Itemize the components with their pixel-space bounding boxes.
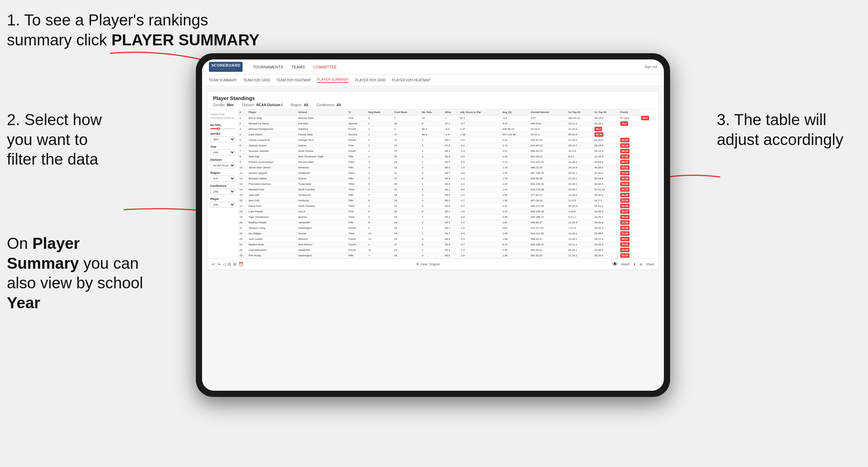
cell-22-5: 24: [393, 236, 421, 242]
cell-18-12: 24-45-1: [593, 214, 620, 220]
toolbar-redo[interactable]: ↪: [217, 262, 221, 267]
cell-9-6: 0: [421, 165, 444, 170]
table-row: 9Preston SummerhaysArizona StateThird324…: [238, 159, 658, 165]
cell-25-1: Petr Hruby: [248, 253, 298, 258]
print-btn[interactable]: 🖨: [639, 263, 643, 266]
cell-25-7: 68.6: [444, 253, 459, 258]
table-row: 19Tiger ChristensenArizonaThird523269.2-…: [238, 214, 658, 220]
sub-nav-player-h2h-grid[interactable]: PLAYER H2H GRID: [355, 78, 386, 82]
table-row: 1Wenyi DingArizona StateFirst1115167.1-3…: [238, 115, 658, 121]
cell-20-3: Fourth: [347, 225, 367, 231]
nav-teams[interactable]: TEAMS: [292, 65, 305, 69]
cell-24-7: 69.3: [444, 247, 459, 253]
nav-committee[interactable]: COMMITTEE: [313, 65, 337, 69]
cell-9-1: Jacob Skov Olesen: [248, 165, 298, 170]
share-label[interactable]: Share: [646, 263, 654, 266]
cell-7-0: 8: [238, 154, 248, 159]
cell-19-13: 50.98: [619, 220, 640, 225]
cell-8-6: 1: [421, 159, 444, 165]
cell-10-0: 11: [238, 170, 248, 176]
toolbar-clock[interactable]: ⏰: [238, 262, 244, 267]
cell-24-11: 26-23-1: [567, 247, 593, 253]
download-btn[interactable]: ⬇: [633, 263, 636, 266]
watch-icon: 👁: [612, 261, 618, 267]
tablet: SCOREBOARD Powered by dippi TOURNAMENTS …: [196, 53, 670, 397]
sub-nav-player-summary[interactable]: PLAYER SUMMARY: [317, 78, 349, 83]
col-rank: #: [238, 109, 248, 115]
cell-24-1: Cole Sherwood: [248, 247, 298, 253]
main-content: Player Standings Gender: Men Division: N…: [202, 86, 664, 391]
table-row: 20Matthew RiedelVanderbiltFifth528069.5-…: [238, 220, 658, 225]
table-row: 25Cole SherwoodVanderbiltFourth1223169.3…: [238, 247, 658, 253]
nav-links: TOURNAMENTS TEAMS COMMITTEE: [253, 65, 644, 69]
cell-20-1: Taehoon Song: [248, 225, 298, 231]
sidebar: Update time: 27/03/2024 16:56:26 No Rds.: [208, 109, 238, 258]
toolbar-paste[interactable]: ⊞: [233, 262, 236, 267]
sidebar-no-rds: No Rds.: [210, 123, 235, 129]
cell-7-6: 2: [421, 154, 444, 159]
sidebar-conference-select[interactable]: (All): [210, 189, 235, 194]
cell-12-11: 20-29-1: [567, 181, 593, 187]
cell-7-10: 607-63-12: [530, 154, 567, 159]
cell-1-11: 19-11-1: [567, 121, 593, 126]
cell-3-8: 1.98: [459, 132, 501, 137]
sidebar-region-select[interactable]: N/A: [210, 176, 235, 181]
cell-21-4: 10: [367, 231, 393, 236]
cell-24-9: 1.65: [501, 247, 530, 253]
slider[interactable]: [210, 128, 235, 129]
sidebar-division-select[interactable]: NCAA Division I: [210, 163, 235, 168]
sub-nav-team-summary[interactable]: TEAM SUMMARY: [209, 78, 237, 82]
cell-17-6: 0: [421, 209, 444, 214]
table-row: 24Bastien AmatNew MexicoFourth127269.4-1…: [238, 242, 658, 247]
sub-nav: TEAM SUMMARY TEAM H2H GRID TEAM H2H HEAT…: [202, 75, 664, 86]
cell-2-7: -2.0: [444, 126, 459, 132]
cell-3-5: 27: [393, 132, 421, 137]
cell-16-1: David Ford: [248, 203, 298, 209]
cell-10-13: 53.49: [619, 170, 640, 176]
cell-20-11: 7-17-5: [567, 225, 593, 231]
sidebar-gender-select[interactable]: Men: [210, 136, 235, 142]
cell-5-1: Jackson Koivun: [248, 143, 298, 148]
slider-thumb[interactable]: [217, 127, 220, 130]
cell-15-7: 68.3: [444, 198, 459, 203]
sidebar-division-section: Division NCAA Division I: [210, 158, 235, 168]
col-points: Points: [619, 109, 640, 115]
watch-label[interactable]: Watch: [621, 263, 630, 266]
nav-tournaments[interactable]: TOURNAMENTS: [253, 65, 283, 69]
table-row: 4Luke ClatonFlorida StateSecond12768.2-1…: [238, 132, 658, 137]
panel-title: Player Standings: [213, 95, 653, 101]
sub-nav-team-h2h-grid[interactable]: TEAM H2H GRID: [243, 78, 270, 82]
toolbar-back[interactable]: ◁: [223, 262, 226, 267]
cell-9-12: 44-26-0: [593, 165, 620, 170]
cell-11-12: 50-18-5: [593, 176, 620, 181]
col-player: Player: [248, 109, 298, 115]
cell-9-2: Arkansas: [297, 165, 347, 170]
nav-sign-out[interactable]: Sign out: [644, 65, 657, 69]
cell-14-1: Jake Hall: [248, 192, 298, 198]
sidebar-year-select[interactable]: (All): [210, 149, 235, 155]
cell-16-5: 21: [393, 203, 421, 209]
toolbar-copy[interactable]: ⧉: [228, 262, 231, 267]
cell-12-13: 50.83: [619, 181, 640, 187]
cell-19-0: 20: [238, 220, 248, 225]
cell-22-6: 0: [421, 236, 444, 242]
cell-8-2: Arizona State: [297, 159, 347, 165]
cell-23-7: 69.4: [444, 242, 459, 247]
toolbar-undo[interactable]: ↩: [212, 262, 215, 267]
filter-gender: Gender: Men: [213, 103, 234, 107]
cell-12-10: 628-150-30: [530, 181, 567, 187]
cell-1-5: 18: [393, 121, 421, 126]
cell-2-5: 1: [393, 126, 421, 132]
sub-nav-player-h2h-heatmap[interactable]: PLAYER H2H HEATMAP: [392, 78, 431, 82]
cell-13-2: North Carolina: [297, 187, 347, 192]
cell-21-1: Ian Gilligan: [248, 231, 298, 236]
cell-9-5: 23: [393, 165, 421, 170]
cell-8-10: 412-221-24: [530, 159, 567, 165]
nav-bar: SCOREBOARD Powered by dippi TOURNAMENTS …: [202, 59, 664, 75]
sub-nav-team-h2h-heatmap[interactable]: TEAM H2H HEATMAP: [276, 78, 311, 82]
cell-17-12: 24-58-0: [593, 209, 620, 214]
cell-25-3: Fifth: [347, 253, 367, 258]
sidebar-player-select[interactable]: (All): [210, 202, 235, 208]
cell-1-6: 0: [421, 121, 444, 126]
cell-1-3: Second: [347, 121, 367, 126]
